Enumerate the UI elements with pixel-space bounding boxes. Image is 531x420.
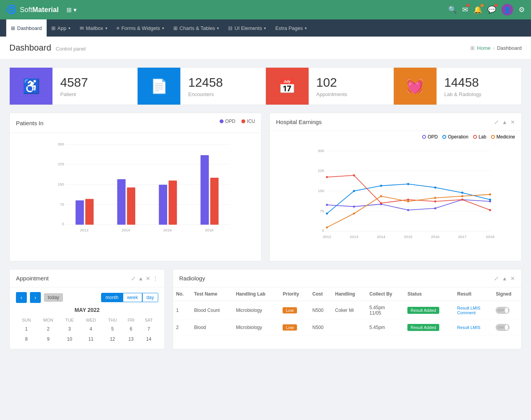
row1-priority: Low xyxy=(279,301,309,320)
cal-day[interactable]: 12 xyxy=(102,334,123,344)
grid-icon[interactable]: ⊞ ▾ xyxy=(66,6,76,14)
cal-view-buttons: month week day xyxy=(101,293,158,302)
cal-next-button[interactable]: › xyxy=(30,292,41,303)
col-no: No. xyxy=(173,287,191,301)
svg-point-58 xyxy=(461,199,463,201)
toggle-label-row1: OFF xyxy=(497,308,504,312)
nav-app[interactable]: ⊞ App ▾ xyxy=(47,19,75,37)
nav-forms-widgets[interactable]: ≡ Forms & Widgets ▾ xyxy=(112,19,169,37)
cal-month-button[interactable]: month xyxy=(101,293,122,302)
cal-day[interactable]: 3 xyxy=(59,324,79,334)
appointments-info: 102 Appointments xyxy=(309,69,355,103)
avatar[interactable]: 👤 xyxy=(501,4,513,16)
cal-day[interactable]: 11 xyxy=(80,334,103,344)
cal-sat: SAT xyxy=(139,316,158,324)
svg-point-54 xyxy=(353,174,355,176)
cal-thu: THU xyxy=(102,316,123,324)
page-title: Dashboard xyxy=(9,43,51,52)
medicine-label: Medicine xyxy=(496,134,515,140)
cal-day[interactable]: 6 xyxy=(123,324,140,334)
patients-chart-header: Patients In OPD ICU xyxy=(10,113,261,133)
cal-prev-button[interactable]: ‹ xyxy=(16,292,27,303)
brand-icon: 🌀 xyxy=(6,5,17,15)
svg-text:75: 75 xyxy=(60,202,64,206)
comment-link-row1[interactable]: Comment xyxy=(457,310,490,315)
radiology-close-icon[interactable]: ✕ xyxy=(510,275,515,282)
col-handling: Handling xyxy=(332,287,366,301)
appt-collapse-icon[interactable]: ▲ xyxy=(138,275,143,282)
breadcrumb: ⊞ Home › Dashboard xyxy=(470,45,522,51)
appt-resize-icon[interactable]: ⤢ xyxy=(131,275,136,282)
lab-icon: 💓 xyxy=(394,68,437,105)
appt-menu-icon[interactable]: ⋮ xyxy=(153,275,158,282)
bottom-row: Appointment ⤢ ▲ ✕ ⋮ ‹ › today month week… xyxy=(9,269,522,349)
cal-day[interactable]: 10 xyxy=(59,334,79,344)
cal-day[interactable]: 1 xyxy=(16,324,37,334)
row1-no: 1 xyxy=(173,301,191,320)
cal-day[interactable]: 14 xyxy=(139,334,158,344)
bell-icon[interactable]: 🔔 xyxy=(473,5,482,14)
earnings-close-icon[interactable]: ✕ xyxy=(510,119,515,125)
brand-logo[interactable]: 🌀 SoftMaterial xyxy=(6,5,59,15)
svg-point-47 xyxy=(353,190,355,192)
home-icon: ⊞ xyxy=(470,45,475,51)
stat-card-patient: ♿ 4587 Patient xyxy=(9,67,138,105)
icu-legend-label: ICU xyxy=(247,119,255,124)
svg-text:2015: 2015 xyxy=(404,234,412,239)
nav-mailbox[interactable]: ✉ Mailbox ▾ xyxy=(75,19,112,37)
status-badge-row1: Result Added xyxy=(407,307,439,314)
mail-icon[interactable]: ✉ xyxy=(462,5,468,14)
legend-icu: ICU xyxy=(241,119,255,124)
page-content: ♿ 4587 Patient 📄 12458 Encounters 📅 102 … xyxy=(0,60,531,357)
earnings-resize-icon[interactable]: ⤢ xyxy=(494,119,499,125)
result-link-row2[interactable]: Result LMIS xyxy=(457,325,490,330)
nav-ui-elements[interactable]: ⊟ UI Elements ▾ xyxy=(224,19,271,37)
mailbox-icon: ✉ xyxy=(80,25,84,31)
toggle-row1[interactable]: OFF xyxy=(496,307,510,314)
svg-point-42 xyxy=(407,209,409,211)
calendar-grid: SUN MON TUE WED THU FRI SAT 1 2 xyxy=(16,316,158,344)
cal-day[interactable]: 7 xyxy=(139,324,158,334)
cal-day-button[interactable]: day xyxy=(142,293,158,302)
cal-day[interactable]: 2 xyxy=(37,324,60,334)
svg-text:2014: 2014 xyxy=(377,234,385,239)
cal-week-button[interactable]: week xyxy=(123,293,142,302)
toggle-row2[interactable]: OFF xyxy=(496,324,510,331)
earnings-collapse-icon[interactable]: ▲ xyxy=(502,119,507,125)
radiology-collapse-icon[interactable]: ▲ xyxy=(502,275,507,282)
cal-day[interactable]: 5 xyxy=(102,324,123,334)
radiology-resize-icon[interactable]: ⤢ xyxy=(494,275,499,282)
chat-icon[interactable]: 💬 xyxy=(487,5,496,14)
appointments-label: Appointments xyxy=(316,91,348,97)
toggle-knob-row2 xyxy=(505,325,508,330)
appt-close-icon[interactable]: ✕ xyxy=(146,275,150,282)
cal-day[interactable]: 13 xyxy=(123,334,140,344)
cal-day[interactable]: 9 xyxy=(37,334,60,344)
svg-point-64 xyxy=(434,197,436,199)
cal-today-button[interactable]: today xyxy=(44,293,63,302)
settings-icon[interactable]: ⚙ xyxy=(519,5,525,14)
svg-point-51 xyxy=(461,192,463,194)
lab-info: 14458 Lab & Radiology xyxy=(437,69,489,103)
breadcrumb-bar: Dashboard Control panel ⊞ Home › Dashboa… xyxy=(0,37,531,60)
row1-handling: Coker Mi xyxy=(332,301,366,320)
search-icon[interactable]: 🔍 xyxy=(448,5,457,14)
svg-rect-14 xyxy=(159,185,167,225)
svg-rect-16 xyxy=(201,155,209,225)
row2-test-name: Blood xyxy=(191,320,233,335)
earnings-chart-panel: Hospital Earnings ⤢ ▲ ✕ OPD Operation xyxy=(269,113,522,261)
svg-point-59 xyxy=(489,209,491,211)
nav-extra-pages[interactable]: Extra Pages ▾ xyxy=(271,19,311,37)
page-heading: Dashboard Control panel xyxy=(9,43,86,53)
nav-charts-tables[interactable]: ⊞ Charts & Tables ▾ xyxy=(169,19,224,37)
breadcrumb-home[interactable]: Home xyxy=(477,45,491,51)
svg-rect-17 xyxy=(210,178,218,225)
dashboard-icon: ⊞ xyxy=(11,25,15,31)
svg-text:300: 300 xyxy=(58,142,65,146)
cal-day[interactable]: 8 xyxy=(16,334,37,344)
svg-point-62 xyxy=(380,195,382,197)
result-link-row1[interactable]: Result LMIS xyxy=(457,306,490,310)
cal-day[interactable]: 4 xyxy=(80,324,103,334)
nav-dashboard[interactable]: ⊞ Dashboard xyxy=(6,19,47,37)
col-test-name: Test Name xyxy=(191,287,233,301)
